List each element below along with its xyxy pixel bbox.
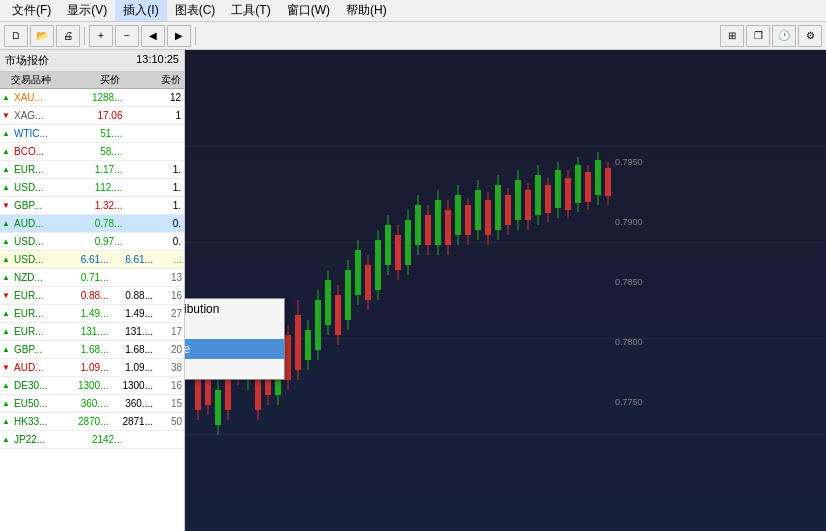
svg-text:0.7750: 0.7750 — [615, 397, 643, 407]
vol-obv-label: On Balance Volume — [185, 342, 190, 356]
tile-btn[interactable]: ⊞ — [720, 25, 744, 47]
volume-volumes[interactable]: Volumes — [185, 359, 284, 379]
volume-accum-dist[interactable]: Accumulation/Distribution — [185, 299, 284, 319]
usd2-bid: 0.97... — [67, 236, 126, 247]
menu-help[interactable]: 帮助(H) — [338, 0, 395, 21]
aud2-symbol: AUD... — [12, 362, 67, 373]
market-row-eur3[interactable]: ▲ EUR... 1.49... 1.49... 27 — [0, 305, 184, 323]
jp22-bid: 2142... — [67, 434, 126, 445]
xag-ask: 1 — [126, 110, 185, 121]
bco-symbol: BCO... — [12, 146, 67, 157]
chart-canvas: 0.7950 0.7900 0.7850 0.7800 0.7750 Sep 4… — [185, 50, 826, 531]
xau-dir-icon: ▲ — [0, 93, 12, 102]
gbp2-symbol: GBP... — [12, 344, 67, 355]
main-layout: 市场报价 13:10:25 交易品种 买价 卖价 ▲ XAU... 1288..… — [0, 50, 826, 531]
gbp2-bid: 1.68... — [67, 344, 112, 355]
bco-dir-icon: ▲ — [0, 147, 12, 156]
market-watch-panel: 市场报价 13:10:25 交易品种 买价 卖价 ▲ XAU... 1288..… — [0, 50, 185, 531]
volume-obv[interactable]: On Balance Volume — [185, 339, 284, 359]
usd3-symbol: USD... — [12, 254, 67, 265]
market-row-usd1[interactable]: ▲ USD... 112.... 1. — [0, 179, 184, 197]
usd1-ask: 1. — [126, 182, 185, 193]
xag-symbol: XAG... — [12, 110, 67, 121]
de30-symbol: DE30... — [12, 380, 67, 391]
market-row-de30[interactable]: ▲ DE30... 1300... 1300... 16 — [0, 377, 184, 395]
market-row-hk33[interactable]: ▲ HK33... 2870... 2871... 50 — [0, 413, 184, 431]
usd3-spread: ... — [156, 254, 184, 265]
xag-bid: 17.06 — [67, 110, 126, 121]
eur4-dir-icon: ▲ — [0, 327, 12, 336]
usd2-dir-icon: ▲ — [0, 237, 12, 246]
aud-bid: 0.78... — [67, 218, 126, 229]
de30-ask: 1300... — [112, 380, 157, 391]
menu-chart[interactable]: 图表(C) — [167, 0, 224, 21]
eu50-ask: 360.... — [112, 398, 157, 409]
hk33-symbol: HK33... — [12, 416, 67, 427]
new-chart-btn[interactable]: 🗋 — [4, 25, 28, 47]
market-row-wtic[interactable]: ▲ WTIC... 51.... — [0, 125, 184, 143]
menu-window[interactable]: 窗口(W) — [279, 0, 338, 21]
zoom-in-btn[interactable]: + — [89, 25, 113, 47]
market-row-usd3[interactable]: ▲ USD... 6.61... 6.61... ... — [0, 251, 184, 269]
aud2-bid: 1.09... — [67, 362, 112, 373]
eu50-bid: 360.... — [67, 398, 112, 409]
scroll-right-btn[interactable]: ▶ — [167, 25, 191, 47]
eur3-bid: 1.49... — [67, 308, 112, 319]
eur4-bid: 131.... — [67, 326, 112, 337]
volume-mfi[interactable]: Money Flow Index — [185, 319, 284, 339]
market-row-xau[interactable]: ▲ XAU... 1288... 12 — [0, 89, 184, 107]
menu-insert[interactable]: 插入(I) — [115, 0, 166, 21]
market-row-gbp2[interactable]: ▲ GBP... 1.68... 1.68... 20 — [0, 341, 184, 359]
market-row-jp22[interactable]: ▲ JP22... 2142... — [0, 431, 184, 449]
market-row-aud2[interactable]: ▼ AUD... 1.09... 1.09... 38 — [0, 359, 184, 377]
xau-symbol: XAU... — [12, 92, 67, 103]
aud-ask: 0. — [126, 218, 185, 229]
menu-tools[interactable]: 工具(T) — [223, 0, 278, 21]
print-btn[interactable]: 🖨 — [56, 25, 80, 47]
svg-text:0.7950: 0.7950 — [615, 157, 643, 167]
market-row-eu50[interactable]: ▲ EU50... 360.... 360.... 15 — [0, 395, 184, 413]
svg-text:0.7800: 0.7800 — [615, 337, 643, 347]
eur4-symbol: EUR... — [12, 326, 67, 337]
toolbar-row1: 🗋 📂 🖨 + − ◀ ▶ ⊞ ❐ 🕐 ⚙ — [0, 22, 826, 50]
col-ask: 卖价 — [123, 72, 184, 88]
usd3-bid: 6.61... — [67, 254, 112, 265]
eur2-bid: 0.88... — [67, 290, 112, 301]
hk33-dir-icon: ▲ — [0, 417, 12, 426]
xag-dir-icon: ▼ — [0, 111, 12, 120]
nzd-symbol: NZD... — [12, 272, 67, 283]
settings-btn[interactable]: ⚙ — [798, 25, 822, 47]
aud2-dir-icon: ▼ — [0, 363, 12, 372]
market-row-nzd[interactable]: ▲ NZD... 0.71... 13 — [0, 269, 184, 287]
market-row-usd2[interactable]: ▲ USD... 0.97... 0. — [0, 233, 184, 251]
nzd-spread: 13 — [156, 272, 184, 283]
market-row-xag[interactable]: ▼ XAG... 17.06 1 — [0, 107, 184, 125]
nzd-dir-icon: ▲ — [0, 273, 12, 282]
chart-area: 0.7950 0.7900 0.7850 0.7800 0.7750 Sep 4… — [185, 50, 826, 531]
market-row-gbp[interactable]: ▼ GBP... 1.32... 1. — [0, 197, 184, 215]
eu50-dir-icon: ▲ — [0, 399, 12, 408]
open-btn[interactable]: 📂 — [30, 25, 54, 47]
zoom-out-btn[interactable]: − — [115, 25, 139, 47]
scroll-left-btn[interactable]: ◀ — [141, 25, 165, 47]
svg-text:0.7900: 0.7900 — [615, 217, 643, 227]
menu-view[interactable]: 显示(V) — [59, 0, 115, 21]
clock-btn[interactable]: 🕐 — [772, 25, 796, 47]
wtic-dir-icon: ▲ — [0, 129, 12, 138]
eur3-spread: 27 — [156, 308, 184, 319]
de30-spread: 16 — [156, 380, 184, 391]
market-row-eur[interactable]: ▲ EUR... 1.17... 1. — [0, 161, 184, 179]
market-row-bco[interactable]: ▲ BCO... 58.... — [0, 143, 184, 161]
menu-file[interactable]: 文件(F) — [4, 0, 59, 21]
usd2-ask: 0. — [126, 236, 185, 247]
market-columns: 交易品种 买价 卖价 — [0, 72, 184, 89]
usd1-bid: 112.... — [67, 182, 126, 193]
market-row-aud[interactable]: ▲ AUD... 0.78... 0. — [0, 215, 184, 233]
hk33-ask: 2871... — [112, 416, 157, 427]
eur3-symbol: EUR... — [12, 308, 67, 319]
market-row-eur4[interactable]: ▲ EUR... 131.... 131.... 17 — [0, 323, 184, 341]
cascade-btn[interactable]: ❐ — [746, 25, 770, 47]
col-symbol: 交易品种 — [0, 72, 61, 88]
market-row-eur2[interactable]: ▼ EUR... 0.88... 0.88... 16 — [0, 287, 184, 305]
eur2-dir-icon: ▼ — [0, 291, 12, 300]
